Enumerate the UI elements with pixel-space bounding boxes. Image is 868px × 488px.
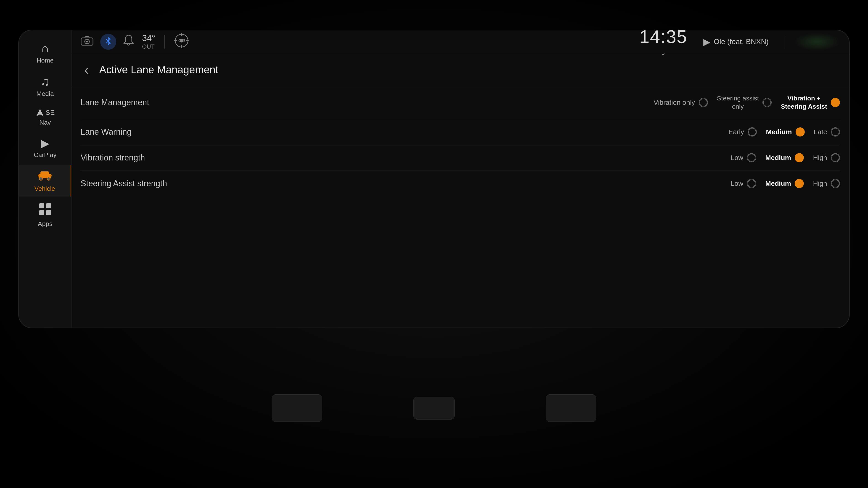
bluetooth-icon[interactable] xyxy=(100,34,116,50)
sidebar-item-home[interactable]: ⌂ Home xyxy=(19,37,71,68)
main-content: 34° OUT GPS 14:35 ⌄ xyxy=(71,30,849,328)
lane-warning-label: Lane Warning xyxy=(81,127,218,137)
sidebar-label-home: Home xyxy=(36,57,54,64)
song-title: Ole (feat. BNXN) xyxy=(714,37,769,46)
svg-point-26 xyxy=(832,154,839,161)
svg-point-25 xyxy=(748,154,755,161)
sidebar-item-vehicle[interactable]: Vehicle xyxy=(19,165,71,197)
vib-low-radio[interactable] xyxy=(747,153,756,162)
vibration-only-label: Vibration only xyxy=(653,99,695,106)
steer-medium-radio[interactable] xyxy=(795,179,804,188)
sidebar-item-media[interactable]: ♫ Media xyxy=(19,70,71,102)
medium-warning-label: Medium xyxy=(766,128,792,136)
glow-area xyxy=(794,33,840,51)
setting-lane-management: Lane Management Vibration only Steering … xyxy=(81,86,840,119)
option-medium-warning[interactable]: Medium xyxy=(766,127,805,136)
vibration-strength-options: Low Medium High xyxy=(731,153,840,162)
right-knob[interactable] xyxy=(546,394,596,422)
late-label: Late xyxy=(814,128,827,136)
option-vibration-only[interactable]: Vibration only xyxy=(653,98,708,107)
option-steer-medium[interactable]: Medium xyxy=(765,179,804,188)
steering-assist-only-radio[interactable] xyxy=(763,98,772,107)
svg-point-21 xyxy=(700,99,707,106)
steer-low-radio[interactable] xyxy=(747,179,756,188)
infotainment-screen: ⌂ Home ♫ Media SE Nav ▶ CarPlay xyxy=(18,30,850,328)
sidebar-item-apps[interactable]: Apps xyxy=(19,199,71,232)
vib-low-label: Low xyxy=(731,154,743,162)
notification-icon[interactable] xyxy=(123,35,134,49)
back-button[interactable]: ‹ xyxy=(81,60,92,79)
option-vib-medium[interactable]: Medium xyxy=(765,153,804,162)
svg-rect-10 xyxy=(46,210,51,215)
vib-medium-radio[interactable] xyxy=(795,153,804,162)
option-vib-high[interactable]: High xyxy=(813,153,840,162)
page-title: Active Lane Management xyxy=(99,63,218,76)
steering-assist-only-label: Steering assistonly xyxy=(717,94,759,111)
svg-point-28 xyxy=(832,180,839,187)
vibration-steering-radio[interactable] xyxy=(831,98,840,107)
steering-strength-options: Low Medium High xyxy=(731,179,840,188)
topbar-divider-1 xyxy=(164,35,165,48)
left-knob[interactable] xyxy=(272,394,322,422)
camera-icon[interactable] xyxy=(81,36,93,48)
vib-high-radio[interactable] xyxy=(831,153,840,162)
option-steer-low[interactable]: Low xyxy=(731,179,756,188)
sidebar-item-nav[interactable]: SE Nav xyxy=(19,104,71,130)
apps-icon xyxy=(39,203,52,219)
sidebar-label-apps: Apps xyxy=(38,220,53,228)
svg-point-13 xyxy=(86,41,88,42)
steer-high-radio[interactable] xyxy=(831,179,840,188)
clock-time: 14:35 xyxy=(639,30,687,47)
svg-text:GPS: GPS xyxy=(178,39,185,42)
page-header: ‹ Active Lane Management xyxy=(71,53,849,86)
vehicle-icon xyxy=(37,169,53,183)
svg-rect-2 xyxy=(40,171,49,175)
svg-point-3 xyxy=(39,177,42,180)
steer-high-label: High xyxy=(813,180,827,187)
option-early[interactable]: Early xyxy=(728,127,757,136)
vibration-steering-label: Vibration +Steering Assist xyxy=(781,94,827,111)
svg-point-27 xyxy=(748,180,755,187)
early-radio[interactable] xyxy=(748,127,757,136)
temperature-display: 34° OUT xyxy=(142,33,155,50)
option-vibration-steering[interactable]: Vibration +Steering Assist xyxy=(781,94,840,111)
lane-warning-options: Early Medium Late xyxy=(728,127,840,136)
steering-strength-label: Steering Assist strength xyxy=(81,179,218,188)
option-late[interactable]: Late xyxy=(814,127,840,136)
svg-rect-6 xyxy=(50,174,52,176)
topbar-divider-2 xyxy=(785,35,785,48)
svg-point-4 xyxy=(47,177,50,180)
gps-icon[interactable]: GPS xyxy=(174,33,189,51)
topbar: 34° OUT GPS 14:35 ⌄ xyxy=(71,30,849,53)
home-icon: ⌂ xyxy=(41,41,49,55)
svg-rect-5 xyxy=(38,174,39,176)
late-radio[interactable] xyxy=(831,127,840,136)
settings-list: Lane Management Vibration only Steering … xyxy=(71,86,849,196)
svg-rect-9 xyxy=(39,210,44,215)
lane-management-label: Lane Management xyxy=(81,98,218,107)
physical-controls xyxy=(0,328,868,488)
music-icon: ♫ xyxy=(41,75,50,88)
temperature-label: OUT xyxy=(142,43,155,50)
svg-marker-0 xyxy=(36,109,43,116)
medium-warning-radio[interactable] xyxy=(796,127,805,136)
carplay-icon: ▶ xyxy=(41,137,49,150)
sidebar-label-carplay: CarPlay xyxy=(34,151,57,159)
steer-low-label: Low xyxy=(731,180,743,187)
option-steering-assist-only[interactable]: Steering assistonly xyxy=(717,94,772,111)
svg-point-24 xyxy=(832,128,839,136)
option-vib-low[interactable]: Low xyxy=(731,153,756,162)
temperature-value: 34° xyxy=(142,33,155,43)
early-label: Early xyxy=(728,128,744,136)
svg-point-23 xyxy=(748,128,756,136)
music-play-icon[interactable]: ▶ xyxy=(703,36,710,47)
nav-icon: SE xyxy=(35,108,55,117)
sidebar-item-carplay[interactable]: ▶ CarPlay xyxy=(19,133,71,163)
sidebar: ⌂ Home ♫ Media SE Nav ▶ CarPlay xyxy=(19,30,71,328)
option-steer-high[interactable]: High xyxy=(813,179,840,188)
music-player: ▶ Ole (feat. BNXN) xyxy=(703,36,769,47)
svg-rect-8 xyxy=(46,203,51,208)
vibration-only-radio[interactable] xyxy=(699,98,708,107)
setting-vibration-strength: Vibration strength Low Medium High xyxy=(81,145,840,171)
center-knob[interactable] xyxy=(413,397,455,420)
